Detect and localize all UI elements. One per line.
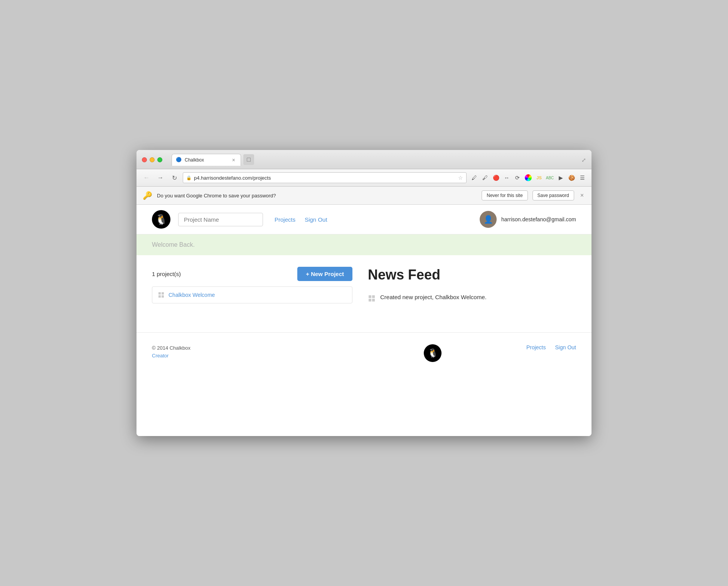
abc-icon[interactable]: ABC [545, 173, 554, 182]
news-feed-title: News Feed [368, 267, 576, 283]
svg-rect-6 [369, 299, 371, 301]
color-wheel [525, 174, 532, 181]
never-for-site-button[interactable]: Never for this site [482, 190, 527, 200]
svg-rect-2 [158, 295, 161, 298]
cookie-icon[interactable]: 🍪 [567, 173, 576, 182]
forward-button[interactable]: → [155, 172, 166, 183]
resize-icon[interactable]: ↔ [502, 173, 511, 182]
list-item[interactable]: Chalkbox Welcome [152, 287, 352, 303]
app-header: 🐧 Projects Sign Out 👤 harrison.destefano… [136, 205, 592, 234]
magnet-icon[interactable]: 🔴 [491, 173, 501, 182]
footer-creator-link[interactable]: Creator [152, 353, 339, 359]
svg-rect-1 [162, 292, 164, 295]
project-name-link[interactable]: Chalkbox Welcome [169, 292, 215, 298]
footer-nav: Projects Sign Out [526, 344, 576, 350]
password-save-message: Do you want Google Chrome to save your p… [157, 193, 477, 199]
tab-favicon-icon: 🔵 [176, 157, 182, 163]
address-lock-icon: 🔒 [186, 175, 192, 180]
svg-rect-5 [372, 295, 375, 298]
address-bar[interactable]: 🔒 p4.harrisondestefano.com/projects ☆ [183, 172, 467, 183]
maximize-button[interactable] [157, 157, 162, 162]
footer-left: © 2014 Chalkbox Creator [152, 344, 339, 359]
sign-out-nav-link[interactable]: Sign Out [305, 216, 327, 223]
welcome-banner: Welcome Back. [136, 234, 592, 255]
tab-close-icon[interactable]: × [232, 157, 235, 163]
welcome-text: Welcome Back. [152, 241, 195, 248]
password-bar-close-icon[interactable]: × [579, 192, 585, 199]
back-button[interactable]: ← [141, 172, 152, 183]
projects-count-label: 1 project(s) [152, 271, 181, 277]
projects-nav-link[interactable]: Projects [275, 216, 295, 223]
menu-icon[interactable]: ☰ [578, 173, 587, 182]
window-controls [142, 157, 162, 162]
active-tab[interactable]: 🔵 Chalkbox × [172, 154, 241, 166]
header-nav: Projects Sign Out [275, 216, 327, 223]
password-save-bar: 🔑 Do you want Google Chrome to save your… [136, 187, 592, 205]
js-icon[interactable]: JS [534, 173, 544, 182]
main-content: 1 project(s) + New Project [136, 255, 592, 317]
color-wheel-icon[interactable] [524, 173, 533, 182]
page-footer: © 2014 Chalkbox Creator 🐧 Projects Sign … [136, 332, 592, 374]
project-item-icon [158, 291, 165, 298]
page-content: 🐧 Projects Sign Out 👤 harrison.destefano… [136, 205, 592, 436]
avatar: 👤 [480, 211, 497, 228]
close-button[interactable] [142, 157, 147, 162]
new-tab-icon: □ [247, 156, 251, 163]
footer-projects-link[interactable]: Projects [526, 344, 546, 350]
play-icon[interactable]: ▶ [556, 173, 565, 182]
toolbar-extensions: 🖊 🖋 🔴 ↔ ⟳ JS ABC ▶ 🍪 ☰ [470, 173, 587, 182]
pen-icon[interactable]: 🖋 [480, 173, 490, 182]
footer-logo-penguin-icon: 🐧 [428, 348, 438, 358]
projects-header: 1 project(s) + New Project [152, 267, 352, 281]
svg-rect-3 [162, 295, 164, 298]
app-logo: 🐧 [152, 210, 170, 229]
key-icon: 🔑 [143, 191, 152, 200]
toolbar: ← → ↻ 🔒 p4.harrisondestefano.com/project… [136, 169, 592, 187]
svg-rect-7 [372, 299, 375, 301]
browser-window: 🔵 Chalkbox × □ ⤢ ← → ↻ 🔒 p4.harrisondest… [136, 150, 592, 436]
news-feed-item-text: Created new project, Chalkbox Welcome. [380, 294, 487, 300]
eyedropper-icon[interactable]: 🖊 [470, 173, 479, 182]
minimize-button[interactable] [150, 157, 155, 162]
project-name-input[interactable] [178, 213, 263, 226]
svg-rect-4 [369, 295, 371, 298]
title-bar: 🔵 Chalkbox × □ ⤢ [136, 150, 592, 169]
reload-button[interactable]: ↻ [169, 172, 180, 183]
user-email-label: harrison.destefano@gmail.com [501, 216, 576, 222]
footer-logo: 🐧 [424, 344, 442, 362]
new-project-button[interactable]: + New Project [297, 267, 352, 281]
logo-penguin-icon: 🐧 [155, 214, 167, 226]
news-feed-panel: News Feed Created new project, Chalkbox … [368, 267, 576, 305]
projects-panel: 1 project(s) + New Project [152, 267, 352, 305]
news-item-icon [368, 295, 376, 302]
save-password-button[interactable]: Save password [533, 190, 574, 200]
footer-sign-out-link[interactable]: Sign Out [555, 344, 576, 350]
tab-bar: 🔵 Chalkbox × □ [172, 154, 254, 166]
footer-copyright-text: © 2014 Chalkbox [152, 345, 190, 351]
address-text: p4.harrisondestefano.com/projects [194, 175, 456, 181]
header-right: 👤 harrison.destefano@gmail.com [480, 211, 576, 228]
window-resize-icon[interactable]: ⤢ [581, 157, 586, 163]
tab-title: Chalkbox [185, 157, 229, 163]
svg-rect-0 [158, 292, 161, 295]
refresh-circle-icon[interactable]: ⟳ [513, 173, 522, 182]
list-item: Created new project, Chalkbox Welcome. [368, 291, 576, 305]
new-tab-button[interactable]: □ [243, 154, 254, 165]
bookmark-icon[interactable]: ☆ [458, 175, 463, 181]
footer-center: 🐧 [339, 344, 526, 362]
projects-list: Chalkbox Welcome [152, 286, 352, 303]
